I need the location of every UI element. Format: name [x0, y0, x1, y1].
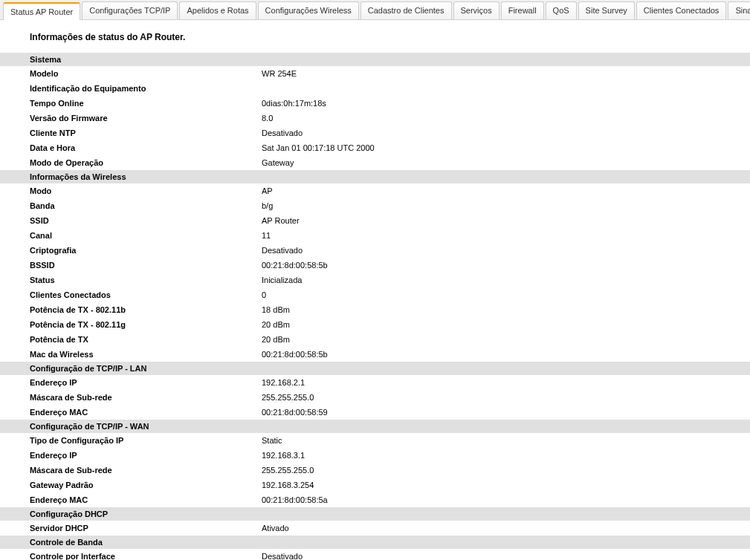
tab-qos[interactable]: QoS	[546, 1, 577, 19]
status-row: Cliente NTPDesativado	[0, 126, 750, 140]
status-label: Cliente NTP	[30, 127, 262, 139]
status-value: AP	[262, 185, 750, 197]
page-title: Informações de status do AP Router.	[0, 27, 750, 53]
status-label: Endereço MAC	[30, 406, 262, 418]
status-row: Servidor DHCPAtivado	[0, 521, 750, 535]
tab-bar: Status AP RouterConfigurações TCP/IPApel…	[0, 0, 750, 20]
content-area: Informações de status do AP Router. Sist…	[0, 20, 750, 560]
status-row: Máscara de Sub-rede255.255.255.0	[0, 390, 750, 405]
tab-sinal[interactable]: Sinal	[728, 1, 750, 19]
status-row: Tempo Online0dias:0h:17m:18s	[0, 96, 750, 111]
status-label: Máscara de Sub-rede	[30, 464, 262, 476]
status-row: Modo de OperaçãoGateway	[0, 155, 750, 170]
status-label: Mac da Wireless	[30, 348, 262, 360]
status-row: SSIDAP Router	[0, 213, 750, 228]
status-label: Banda	[30, 200, 262, 212]
status-row: Gateway Padrão192.168.3.254	[0, 478, 750, 492]
status-value: Desativado	[262, 244, 750, 256]
status-label: Tipo de Configuração IP	[30, 434, 262, 446]
status-row: Endereço IP192.168.2.1	[0, 375, 750, 390]
status-label: Modo de Operação	[30, 157, 262, 169]
status-row: Mac da Wireless00:21:8d:00:58:5b	[0, 347, 750, 362]
status-row: Máscara de Sub-rede255.255.255.0	[0, 463, 750, 478]
status-row: Identificação do Equipamento	[0, 81, 750, 96]
tab-servi-os[interactable]: Serviços	[453, 1, 500, 19]
status-row: Bandab/g	[0, 198, 750, 213]
status-value: 20 dBm	[262, 333, 750, 345]
status-label: Criptografia	[30, 244, 262, 256]
status-row: Canal11	[0, 228, 750, 243]
status-label: Endereço MAC	[30, 494, 262, 506]
status-value: 192.168.3.254	[262, 479, 750, 491]
section-header: Informações da Wireless	[0, 170, 750, 183]
status-value: Desativado	[262, 127, 750, 139]
status-value: 255.255.255.0	[262, 391, 750, 403]
status-value: 192.168.2.1	[262, 377, 750, 388]
status-row: CriptografiaDesativado	[0, 243, 750, 258]
status-value: 00:21:8d:00:58:59	[262, 406, 750, 418]
status-value	[262, 82, 750, 94]
status-row: StatusInicializada	[0, 273, 750, 287]
status-label: Data e Hora	[30, 142, 262, 154]
status-row: Controle por InterfaceDesativado	[0, 549, 750, 560]
status-label: Clientes Conectados	[30, 289, 262, 301]
status-row: Potência de TX - 802.11b18 dBm	[0, 302, 750, 317]
status-row: ModoAP	[0, 183, 750, 198]
status-label: Gateway Padrão	[30, 479, 262, 491]
status-value: Inicializada	[262, 274, 750, 286]
status-label: Endereço IP	[30, 377, 262, 388]
status-value: 20 dBm	[262, 319, 750, 331]
status-label: Modelo	[30, 68, 262, 79]
status-value: 0	[262, 289, 750, 301]
status-label: Tempo Online	[30, 97, 262, 109]
status-label: Máscara de Sub-rede	[30, 391, 262, 403]
status-row: Tipo de Configuração IPStatic	[0, 433, 750, 448]
status-value: 192.168.3.1	[262, 449, 750, 461]
status-value: 00:21:8d:00:58:5a	[262, 494, 750, 506]
status-label: Status	[30, 274, 262, 286]
tab-firewall[interactable]: Firewall	[501, 1, 544, 19]
status-value: Sat Jan 01 00:17:18 UTC 2000	[262, 142, 750, 154]
status-label: Potência de TX	[30, 333, 262, 345]
status-label: Servidor DHCP	[30, 522, 262, 534]
status-row: ModeloWR 254E	[0, 66, 750, 81]
tab-cadastro-de-clientes[interactable]: Cadastro de Clientes	[361, 1, 452, 19]
status-row: Endereço IP192.168.3.1	[0, 448, 750, 463]
status-row: Clientes Conectados0	[0, 287, 750, 302]
status-value: Ativado	[262, 522, 750, 534]
status-value: 00:21:8d:00:58:5b	[262, 259, 750, 271]
status-value: b/g	[262, 200, 750, 212]
tab-site-survey[interactable]: Site Survey	[578, 1, 635, 19]
status-value: Gateway	[262, 157, 750, 169]
status-label: Canal	[30, 229, 262, 241]
tab-apelidos-e-rotas[interactable]: Apelidos e Rotas	[179, 1, 256, 19]
status-value: 00:21:8d:00:58:5b	[262, 348, 750, 360]
status-value: 8.0	[262, 112, 750, 124]
status-value: 255.255.255.0	[262, 464, 750, 476]
status-label: Versão do Firmware	[30, 112, 262, 124]
status-label: Endereço IP	[30, 449, 262, 461]
status-label: Controle por Interface	[30, 550, 262, 560]
tab-configura-es-wireless[interactable]: Configurações Wireless	[258, 1, 359, 19]
status-value: 0dias:0h:17m:18s	[262, 97, 750, 109]
status-label: SSID	[30, 215, 262, 227]
tab-configura-es-tcp-ip[interactable]: Configurações TCP/IP	[82, 1, 178, 19]
status-row: Endereço MAC00:21:8d:00:58:59	[0, 405, 750, 420]
status-label: Potência de TX - 802.11b	[30, 304, 262, 316]
tab-clientes-conectados[interactable]: Clientes Conectados	[636, 1, 727, 19]
section-header: Sistema	[0, 53, 750, 66]
section-header: Configuração de TCP/IP - LAN	[0, 362, 750, 375]
section-header: Configuração de TCP/IP - WAN	[0, 420, 750, 433]
status-row: Potência de TX - 802.11g20 dBm	[0, 317, 750, 332]
status-value: 18 dBm	[262, 304, 750, 316]
status-value: Static	[262, 434, 750, 446]
status-row: Versão do Firmware8.0	[0, 111, 750, 126]
section-header: Controle de Banda	[0, 535, 750, 549]
status-value: Desativado	[262, 550, 750, 560]
status-value: AP Router	[262, 215, 750, 227]
status-row: Data e HoraSat Jan 01 00:17:18 UTC 2000	[0, 140, 750, 155]
tab-status-ap-router[interactable]: Status AP Router	[3, 2, 80, 20]
status-label: Identificação do Equipamento	[30, 82, 262, 94]
status-label: Modo	[30, 185, 262, 197]
status-value: 11	[262, 229, 750, 241]
